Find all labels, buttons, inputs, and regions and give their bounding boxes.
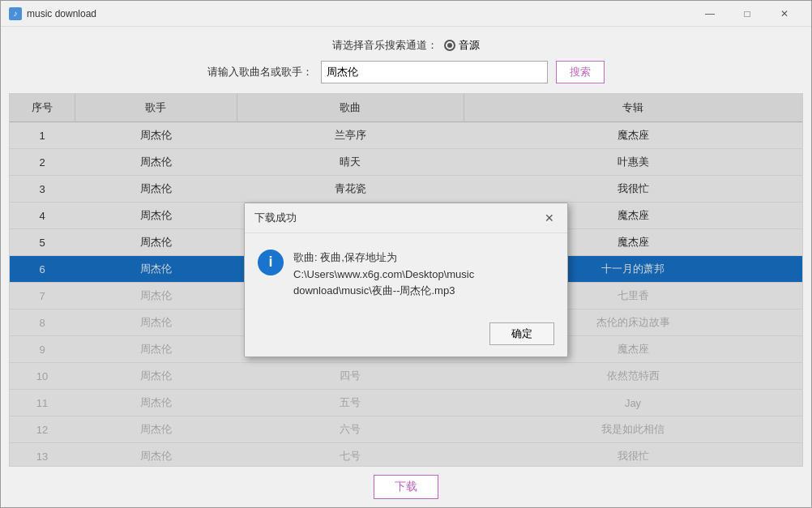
radio-label: 音源: [459, 38, 480, 53]
dialog-close-button[interactable]: ✕: [541, 210, 558, 226]
minimize-button[interactable]: —: [691, 1, 729, 27]
channel-label: 请选择音乐搜索通道：: [332, 38, 438, 53]
bottom-bar: 下载: [1, 467, 811, 507]
download-button[interactable]: 下载: [374, 475, 438, 499]
search-button[interactable]: 搜索: [556, 61, 605, 83]
search-row: 请输入歌曲名或歌手： 搜索: [1, 61, 811, 93]
dialog-footer: 确定: [245, 316, 567, 356]
close-button[interactable]: ✕: [766, 1, 803, 27]
radio-button[interactable]: [444, 40, 455, 51]
window-title: music download: [27, 8, 691, 19]
channel-toolbar: 请选择音乐搜索通道： 音源: [1, 27, 811, 61]
search-label: 请输入歌曲名或歌手：: [207, 65, 313, 79]
modal-overlay: 下载成功 ✕ i 歌曲: 夜曲,保存地址为C:\Users\www.x6g.co…: [10, 94, 802, 466]
radio-group[interactable]: 音源: [444, 38, 480, 53]
dialog-message: 歌曲: 夜曲,保存地址为C:\Users\www.x6g.com\Desktop…: [293, 250, 554, 300]
search-input[interactable]: [321, 61, 548, 83]
download-success-dialog: 下载成功 ✕ i 歌曲: 夜曲,保存地址为C:\Users\www.x6g.co…: [244, 203, 568, 357]
dialog-info-icon: i: [258, 250, 284, 275]
dialog-title: 下载成功: [254, 211, 297, 225]
app-icon: ♪: [9, 7, 22, 20]
title-bar: ♪ music download — □ ✕: [1, 1, 811, 27]
dialog-ok-button[interactable]: 确定: [489, 322, 554, 345]
window-controls: — □ ✕: [691, 1, 803, 27]
main-window: ♪ music download — □ ✕ 请选择音乐搜索通道： 音源 请输入…: [0, 0, 812, 508]
dialog-title-bar: 下载成功 ✕: [245, 203, 567, 233]
maximize-button[interactable]: □: [729, 1, 766, 27]
song-table-container: 序号 歌手 歌曲 专辑 1周杰伦兰亭序魔杰座2周杰伦晴天叶惠美3周杰伦青花瓷我很…: [9, 93, 803, 467]
channel-select-row: 请选择音乐搜索通道： 音源: [17, 38, 795, 53]
dialog-body: i 歌曲: 夜曲,保存地址为C:\Users\www.x6g.com\Deskt…: [245, 233, 567, 316]
